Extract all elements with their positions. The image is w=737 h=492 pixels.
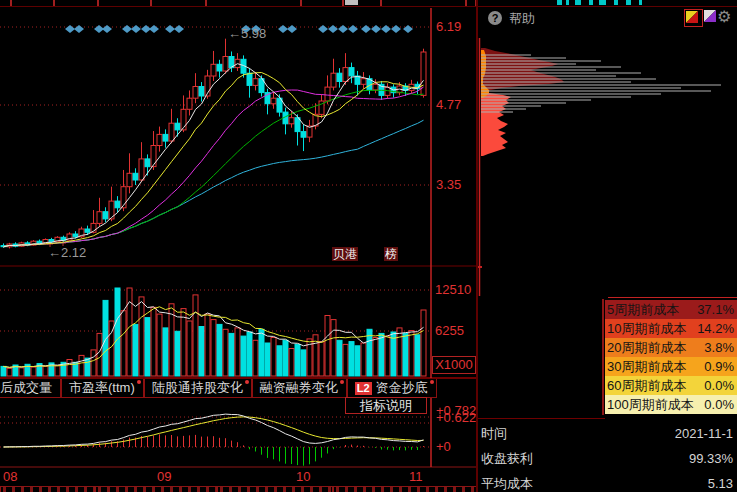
- chip-distribution-chart: [478, 36, 737, 298]
- cut-cyan-text-mark: [575, 0, 581, 5]
- bottom-cut-tab[interactable]: [217, 486, 333, 492]
- volume-unit-box: X1000: [432, 356, 476, 374]
- red-dot-icon: [137, 380, 141, 384]
- cut-cyan-text-mark: [614, 0, 618, 5]
- cut-cyan-text-mark: [589, 0, 593, 5]
- cost-row-value: 3.8%: [704, 340, 734, 355]
- cost-table-top-border: [608, 297, 737, 298]
- tab-volume[interactable]: 后成交量: [0, 379, 61, 398]
- info-value: 5.13: [708, 476, 733, 491]
- help-question-icon[interactable]: ?: [488, 11, 502, 25]
- info-section-border: [478, 418, 605, 419]
- cost-row-label: 10周期前成本: [607, 320, 686, 338]
- cut-cyan-text-mark: [626, 0, 631, 5]
- tab-northbound-holdings[interactable]: 陆股通持股变化: [144, 379, 252, 398]
- price-label-3: 3.35: [436, 178, 461, 192]
- tab-pe-ttm-label: 市盈率(ttm): [69, 379, 135, 397]
- info-row-profit: 收盘获利 99.33%: [481, 446, 733, 471]
- cost-row-label: 30周期前成本: [607, 358, 686, 376]
- cost-table-left-border: [602, 299, 604, 415]
- info-label: 平均成本: [481, 475, 533, 492]
- help-label[interactable]: 帮助: [509, 10, 535, 28]
- chip-panel-header: ? 帮助 ⚙: [479, 9, 737, 31]
- cost-row: 5周期前成本 37.1%: [605, 300, 737, 319]
- cut-cyan-text-mark: [639, 0, 642, 5]
- l2-badge: L2: [355, 382, 372, 395]
- cut-cyan-text-mark: [599, 0, 606, 5]
- low-price-annotation: ←2.12: [48, 246, 86, 259]
- gear-icon[interactable]: ⚙: [717, 8, 731, 26]
- cost-row-value: 37.1%: [697, 302, 734, 317]
- cost-table: 5周期前成本 37.1% 10周期前成本 14.2% 20周期前成本 3.8% …: [605, 300, 737, 414]
- tab-volume-label: 后成交量: [0, 379, 52, 397]
- cost-row: 10周期前成本 14.2%: [605, 319, 737, 338]
- cost-row-value: 0.0%: [704, 397, 734, 412]
- info-value: 2021-11-1: [675, 426, 733, 441]
- red-dot-icon: [340, 380, 344, 384]
- cost-row-value: 14.2%: [697, 321, 734, 336]
- x-axis-label-10: 10: [296, 470, 310, 484]
- tab-margin-trading[interactable]: 融资融券变化: [252, 379, 347, 398]
- chip-style-flag-icon-selected[interactable]: [684, 9, 703, 27]
- cut-cyan-text-mark: [557, 0, 562, 5]
- tab-fund-bottom-fishing[interactable]: L2 资金抄底: [347, 379, 437, 398]
- macd-label-2: +0.622: [436, 411, 476, 425]
- volume-label-1: 12510: [435, 283, 471, 297]
- info-value: 99.33%: [689, 451, 733, 466]
- red-dot-icon: [430, 380, 434, 384]
- cost-row-label: 5周期前成本: [607, 301, 679, 319]
- tab-pe-ttm[interactable]: 市盈率(ttm): [61, 379, 144, 398]
- indicator-tab-bar: 后成交量 市盈率(ttm) 陆股通持股变化 融资融券变化 L2 资金抄底: [0, 378, 477, 398]
- cost-row-label: 100周期前成本: [607, 396, 694, 414]
- high-price-annotation: ←5.98: [228, 27, 266, 40]
- x-axis-label-09: 09: [157, 470, 171, 484]
- info-label: 时间: [481, 425, 507, 443]
- macd-label-3: +0: [436, 440, 451, 454]
- tab-fund-label: 资金抄底: [376, 379, 428, 397]
- x-axis-label-08: 08: [3, 470, 17, 484]
- cost-row: 20周期前成本 3.8%: [605, 338, 737, 357]
- price-label-1: 6.19: [436, 20, 461, 34]
- volume-label-2: 6255: [435, 324, 464, 338]
- cost-row-value: 0.0%: [704, 378, 734, 393]
- info-row-avg-cost: 平均成本 5.13: [481, 471, 733, 492]
- red-dot-icon: [245, 380, 249, 384]
- bottom-cut-tab[interactable]: [95, 486, 217, 492]
- cost-row: 100周期前成本 0.0%: [605, 395, 737, 414]
- cost-row: 30周期前成本 0.9%: [605, 357, 737, 376]
- bottom-cut-tab[interactable]: [333, 486, 478, 492]
- cut-cyan-text-mark: [566, 0, 569, 5]
- x-axis-label-11: 11: [409, 470, 423, 484]
- top-cut-toolbar-line: [0, 6, 737, 7]
- watermark-badge-2: 榜: [384, 247, 398, 261]
- info-row-time: 时间 2021-11-1: [481, 421, 733, 446]
- cost-row-label: 20周期前成本: [607, 339, 686, 357]
- watermark-badge-1: 贝港: [332, 247, 358, 261]
- info-label: 收盘获利: [481, 450, 533, 468]
- price-label-2: 4.77: [436, 98, 461, 112]
- cost-row-value: 0.9%: [704, 359, 734, 374]
- tab-northbound-label: 陆股通持股变化: [152, 379, 243, 397]
- cost-row-label: 60周期前成本: [607, 377, 686, 395]
- tab-margin-label: 融资融券变化: [260, 379, 338, 397]
- stock-chart-app: 6.19 4.77 3.35 ←5.98 ←2.12 贝港 榜 12510 62…: [0, 0, 737, 492]
- bottom-cut-tab[interactable]: [0, 486, 95, 492]
- chip-info-rows: 时间 2021-11-1 收盘获利 99.33% 平均成本 5.13: [481, 421, 733, 492]
- cost-row: 60周期前成本 0.0%: [605, 376, 737, 395]
- indicator-help-button[interactable]: 指标说明: [345, 397, 427, 414]
